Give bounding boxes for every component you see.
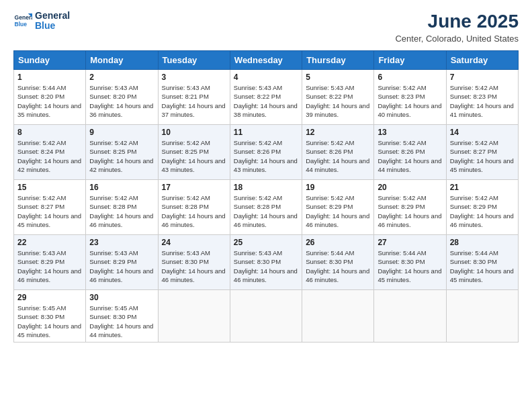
col-saturday: Saturday: [446, 51, 518, 70]
svg-text:Blue: Blue: [15, 21, 28, 28]
day-number: 13: [378, 128, 442, 137]
day-number: 12: [306, 128, 370, 137]
table-row: [374, 290, 446, 342]
day-info: Sunrise: 5:42 AM Sunset: 8:29 PM Dayligh…: [306, 193, 370, 229]
day-number: 30: [89, 293, 154, 302]
calendar-header-row: Sunday Monday Tuesday Wednesday Thursday…: [14, 51, 519, 70]
table-row: 12 Sunrise: 5:42 AM Sunset: 8:26 PM Dayl…: [302, 125, 374, 180]
day-number: 24: [162, 238, 226, 247]
day-info: Sunrise: 5:42 AM Sunset: 8:25 PM Dayligh…: [162, 138, 226, 174]
day-number: 17: [162, 183, 226, 192]
table-row: 9 Sunrise: 5:42 AM Sunset: 8:25 PM Dayli…: [86, 125, 158, 180]
day-info: Sunrise: 5:42 AM Sunset: 8:28 PM Dayligh…: [234, 193, 298, 229]
day-number: 9: [89, 128, 154, 137]
day-number: 29: [17, 293, 82, 302]
day-number: 15: [17, 183, 82, 192]
day-info: Sunrise: 5:42 AM Sunset: 8:26 PM Dayligh…: [306, 138, 370, 174]
table-row: 29 Sunrise: 5:45 AM Sunset: 8:30 PM Dayl…: [14, 290, 86, 342]
table-row: 13 Sunrise: 5:42 AM Sunset: 8:26 PM Dayl…: [374, 125, 446, 180]
page: General Blue General Blue June 2025 Cent…: [0, 0, 532, 411]
day-number: 21: [450, 183, 515, 192]
day-number: 1: [17, 73, 82, 82]
day-info: Sunrise: 5:43 AM Sunset: 8:22 PM Dayligh…: [234, 83, 298, 119]
table-row: 4 Sunrise: 5:43 AM Sunset: 8:22 PM Dayli…: [230, 70, 302, 125]
logo-general: General: [35, 11, 70, 21]
day-number: 19: [306, 183, 370, 192]
logo: General Blue General Blue: [13, 11, 70, 32]
day-info: Sunrise: 5:42 AM Sunset: 8:23 PM Dayligh…: [378, 83, 442, 119]
day-number: 25: [234, 238, 298, 247]
day-info: Sunrise: 5:43 AM Sunset: 8:29 PM Dayligh…: [17, 248, 82, 284]
day-info: Sunrise: 5:42 AM Sunset: 8:27 PM Dayligh…: [17, 193, 82, 229]
day-info: Sunrise: 5:42 AM Sunset: 8:29 PM Dayligh…: [450, 193, 515, 229]
day-info: Sunrise: 5:43 AM Sunset: 8:29 PM Dayligh…: [89, 248, 154, 284]
col-wednesday: Wednesday: [230, 51, 302, 70]
table-row: 5 Sunrise: 5:43 AM Sunset: 8:22 PM Dayli…: [302, 70, 374, 125]
logo-blue: Blue: [35, 21, 70, 31]
table-row: 28 Sunrise: 5:44 AM Sunset: 8:30 PM Dayl…: [446, 235, 518, 290]
col-sunday: Sunday: [14, 51, 86, 70]
table-row: [446, 290, 518, 342]
day-info: Sunrise: 5:44 AM Sunset: 8:20 PM Dayligh…: [17, 83, 82, 119]
table-row: 23 Sunrise: 5:43 AM Sunset: 8:29 PM Dayl…: [86, 235, 158, 290]
table-row: 7 Sunrise: 5:42 AM Sunset: 8:23 PM Dayli…: [446, 70, 518, 125]
table-row: 10 Sunrise: 5:42 AM Sunset: 8:25 PM Dayl…: [158, 125, 230, 180]
day-info: Sunrise: 5:44 AM Sunset: 8:30 PM Dayligh…: [450, 248, 515, 284]
location: Center, Colorado, United States: [395, 34, 519, 44]
day-info: Sunrise: 5:42 AM Sunset: 8:24 PM Dayligh…: [17, 138, 82, 174]
day-number: 6: [378, 73, 442, 82]
day-number: 11: [234, 128, 298, 137]
day-number: 26: [306, 238, 370, 247]
table-row: 19 Sunrise: 5:42 AM Sunset: 8:29 PM Dayl…: [302, 180, 374, 235]
day-info: Sunrise: 5:43 AM Sunset: 8:20 PM Dayligh…: [89, 83, 154, 119]
day-number: 22: [17, 238, 82, 247]
table-row: 1 Sunrise: 5:44 AM Sunset: 8:20 PM Dayli…: [14, 70, 86, 125]
day-info: Sunrise: 5:43 AM Sunset: 8:22 PM Dayligh…: [306, 83, 370, 119]
day-info: Sunrise: 5:42 AM Sunset: 8:29 PM Dayligh…: [378, 193, 442, 229]
day-info: Sunrise: 5:45 AM Sunset: 8:30 PM Dayligh…: [89, 304, 154, 339]
day-number: 20: [378, 183, 442, 192]
table-row: 17 Sunrise: 5:42 AM Sunset: 8:28 PM Dayl…: [158, 180, 230, 235]
table-row: 16 Sunrise: 5:42 AM Sunset: 8:28 PM Dayl…: [86, 180, 158, 235]
table-row: [230, 290, 302, 342]
month-title: June 2025: [395, 11, 519, 32]
day-number: 27: [378, 238, 442, 247]
day-info: Sunrise: 5:43 AM Sunset: 8:30 PM Dayligh…: [234, 248, 298, 284]
table-row: [158, 290, 230, 342]
table-row: 24 Sunrise: 5:43 AM Sunset: 8:30 PM Dayl…: [158, 235, 230, 290]
col-monday: Monday: [86, 51, 158, 70]
table-row: 11 Sunrise: 5:42 AM Sunset: 8:26 PM Dayl…: [230, 125, 302, 180]
table-row: 21 Sunrise: 5:42 AM Sunset: 8:29 PM Dayl…: [446, 180, 518, 235]
table-row: 15 Sunrise: 5:42 AM Sunset: 8:27 PM Dayl…: [14, 180, 86, 235]
day-number: 28: [450, 238, 515, 247]
table-row: 6 Sunrise: 5:42 AM Sunset: 8:23 PM Dayli…: [374, 70, 446, 125]
col-tuesday: Tuesday: [158, 51, 230, 70]
day-info: Sunrise: 5:44 AM Sunset: 8:30 PM Dayligh…: [306, 248, 370, 284]
table-row: [302, 290, 374, 342]
day-number: 16: [89, 183, 154, 192]
table-row: 3 Sunrise: 5:43 AM Sunset: 8:21 PM Dayli…: [158, 70, 230, 125]
day-info: Sunrise: 5:42 AM Sunset: 8:25 PM Dayligh…: [89, 138, 154, 174]
day-number: 4: [234, 73, 298, 82]
table-row: 25 Sunrise: 5:43 AM Sunset: 8:30 PM Dayl…: [230, 235, 302, 290]
col-thursday: Thursday: [302, 51, 374, 70]
logo-icon: General Blue: [13, 11, 32, 30]
table-row: 22 Sunrise: 5:43 AM Sunset: 8:29 PM Dayl…: [14, 235, 86, 290]
day-info: Sunrise: 5:43 AM Sunset: 8:21 PM Dayligh…: [162, 83, 226, 119]
day-info: Sunrise: 5:44 AM Sunset: 8:30 PM Dayligh…: [378, 248, 442, 284]
day-info: Sunrise: 5:42 AM Sunset: 8:28 PM Dayligh…: [162, 193, 226, 229]
calendar-table: Sunday Monday Tuesday Wednesday Thursday…: [13, 50, 519, 342]
svg-text:General: General: [15, 15, 32, 21]
day-number: 23: [89, 238, 154, 247]
table-row: 20 Sunrise: 5:42 AM Sunset: 8:29 PM Dayl…: [374, 180, 446, 235]
table-row: 26 Sunrise: 5:44 AM Sunset: 8:30 PM Dayl…: [302, 235, 374, 290]
day-info: Sunrise: 5:42 AM Sunset: 8:27 PM Dayligh…: [450, 138, 515, 174]
day-number: 7: [450, 73, 515, 82]
title-block: June 2025 Center, Colorado, United State…: [395, 11, 519, 44]
col-friday: Friday: [374, 51, 446, 70]
table-row: 14 Sunrise: 5:42 AM Sunset: 8:27 PM Dayl…: [446, 125, 518, 180]
day-number: 8: [17, 128, 82, 137]
table-row: 18 Sunrise: 5:42 AM Sunset: 8:28 PM Dayl…: [230, 180, 302, 235]
table-row: 30 Sunrise: 5:45 AM Sunset: 8:30 PM Dayl…: [86, 290, 158, 342]
day-info: Sunrise: 5:42 AM Sunset: 8:26 PM Dayligh…: [378, 138, 442, 174]
